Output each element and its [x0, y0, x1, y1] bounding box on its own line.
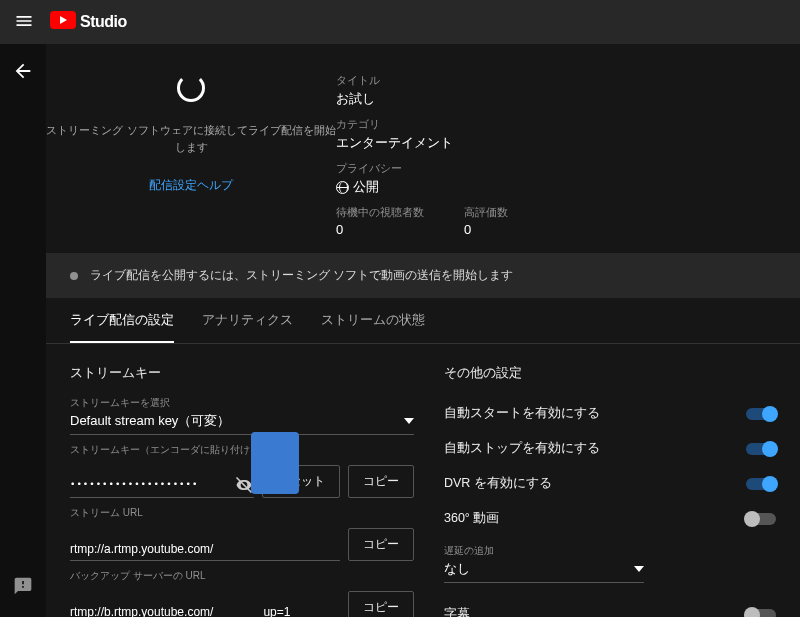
other-settings-heading: その他の設定	[444, 364, 776, 382]
copy-url-button[interactable]: コピー	[348, 528, 414, 561]
backup-url-input[interactable]: rtmp://b.rtmp.youtube.com/ up=1	[70, 603, 340, 617]
auto-stop-label: 自動ストップを有効にする	[444, 440, 600, 457]
stream-key-column: ストリームキー ストリームキーを選択 Default stream key（可変…	[70, 364, 414, 617]
add-delay-label: 遅延の追加	[444, 544, 776, 558]
tab-settings[interactable]: ライブ配信の設定	[70, 298, 174, 343]
menu-icon[interactable]	[14, 11, 34, 34]
dvr-label: DVR を有効にする	[444, 475, 552, 492]
captions-label: 字幕	[444, 606, 470, 617]
back-arrow-icon[interactable]	[12, 60, 34, 85]
title-value: お試し	[336, 90, 800, 108]
globe-icon	[336, 181, 349, 194]
left-rail	[0, 44, 46, 617]
likes-label: 高評価数	[464, 206, 508, 220]
content-panel: ストリーミング ソフトウェアに接続してライブ配信を開始します 配信設定ヘルプ タ…	[46, 44, 800, 617]
add-delay-select[interactable]: なし	[444, 558, 644, 583]
redaction-block	[251, 432, 299, 494]
tab-analytics[interactable]: アナリティクス	[202, 298, 293, 343]
stream-help-link[interactable]: 配信設定ヘルプ	[149, 177, 233, 194]
captions-toggle[interactable]	[746, 609, 776, 618]
stream-meta: タイトル お試し カテゴリ エンターテイメント プライバシー 公開 待機中の視聴…	[336, 64, 800, 237]
stream-url-label: ストリーム URL	[70, 506, 414, 520]
youtube-icon	[50, 11, 76, 33]
category-label: カテゴリ	[336, 118, 800, 132]
preview-panel: ストリーミング ソフトウェアに接続してライブ配信を開始します 配信設定ヘルプ	[46, 64, 336, 237]
backup-url-label: バックアップ サーバーの URL	[70, 569, 414, 583]
preview-waiting-msg: ストリーミング ソフトウェアに接続してライブ配信を開始します	[46, 122, 336, 155]
other-settings-column: その他の設定 自動スタートを有効にする 自動ストップを有効にする DVR を有効…	[444, 364, 776, 617]
stream-key-heading: ストリームキー	[70, 364, 414, 382]
stream-key-select[interactable]: Default stream key（可変）	[70, 410, 414, 435]
chevron-down-icon	[634, 566, 644, 572]
stream-key-masked: ••••••••••••••••••••	[70, 479, 234, 493]
status-dot-icon	[70, 272, 78, 280]
category-value: エンターテイメント	[336, 134, 800, 152]
stream-url-input[interactable]	[70, 540, 340, 561]
video360-label: 360° 動画	[444, 510, 499, 527]
topbar: Studio	[0, 0, 800, 44]
privacy-label: プライバシー	[336, 162, 800, 176]
studio-label: Studio	[80, 13, 127, 31]
chevron-down-icon	[404, 418, 414, 424]
stream-key-label: ストリームキー（エンコーダに貼り付け）	[70, 443, 414, 457]
auto-start-toggle[interactable]	[746, 408, 776, 420]
auto-start-label: 自動スタートを有効にする	[444, 405, 600, 422]
status-message: ライブ配信を公開するには、ストリーミング ソフトで動画の送信を開始します	[90, 267, 513, 284]
stream-key-select-label: ストリームキーを選択	[70, 396, 414, 410]
loading-spinner-icon	[177, 74, 205, 102]
add-delay-value: なし	[444, 560, 470, 578]
video360-toggle[interactable]	[746, 513, 776, 525]
tab-stream-health[interactable]: ストリームの状態	[321, 298, 425, 343]
title-label: タイトル	[336, 74, 800, 88]
copy-key-button[interactable]: コピー	[348, 465, 414, 498]
studio-logo[interactable]: Studio	[50, 11, 127, 33]
copy-backup-button[interactable]: コピー	[348, 591, 414, 617]
privacy-value: 公開	[353, 178, 379, 196]
waiting-viewers-label: 待機中の視聴者数	[336, 206, 424, 220]
feedback-icon[interactable]	[13, 576, 33, 599]
auto-stop-toggle[interactable]	[746, 443, 776, 455]
status-bar: ライブ配信を公開するには、ストリーミング ソフトで動画の送信を開始します	[46, 253, 800, 298]
waiting-viewers-value: 0	[336, 222, 424, 237]
tabs: ライブ配信の設定 アナリティクス ストリームの状態	[46, 298, 800, 344]
likes-value: 0	[464, 222, 508, 237]
dvr-toggle[interactable]	[746, 478, 776, 490]
stream-key-select-value: Default stream key（可変）	[70, 412, 230, 430]
